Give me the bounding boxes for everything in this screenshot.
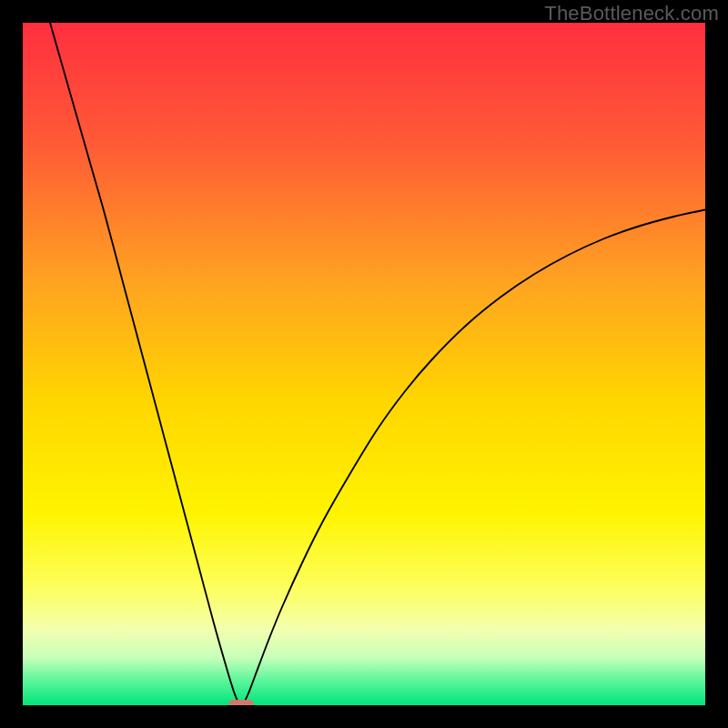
- chart-frame: TheBottleneck.com: [0, 0, 728, 728]
- chart-background: [23, 23, 705, 705]
- min-marker: [229, 700, 254, 705]
- bottleneck-chart: [23, 23, 705, 705]
- watermark-label: TheBottleneck.com: [544, 2, 719, 25]
